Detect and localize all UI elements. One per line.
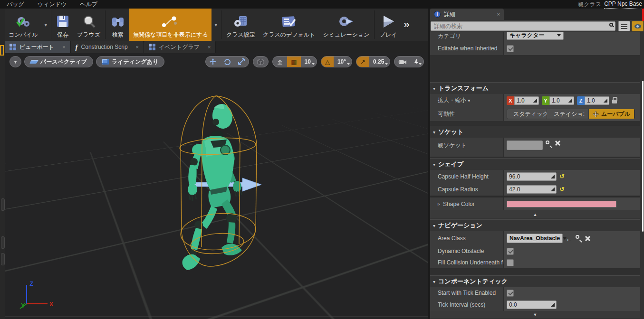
dynamic-obstacle-row: Dynamic Obstacle (430, 245, 640, 257)
parent-socket-input[interactable] (507, 141, 543, 150)
socket-search-icon[interactable] (546, 141, 552, 147)
rotate-tool-button[interactable] (220, 56, 234, 67)
document-tab-bar: ビューポート × f Construction Scrip × イベントグラフ … (5, 41, 428, 53)
simulation-button[interactable]: シミュレーション (319, 9, 373, 41)
scale-snap-icon: ↗ (360, 58, 365, 66)
shape-color-label[interactable]: ▹Shape Color (430, 197, 504, 210)
section-socket[interactable]: ▾ソケット (430, 126, 640, 138)
mobility-static-button[interactable]: スタティック (507, 109, 547, 119)
socket-clear-icon[interactable] (555, 141, 560, 146)
tab-event-graph[interactable]: イベントグラフ × (144, 41, 216, 53)
reset-to-default-icon[interactable]: ↺ (559, 186, 565, 193)
scale-lock-icon[interactable] (612, 100, 617, 103)
hide-unrelated-caret[interactable]: ▾ (211, 9, 220, 41)
find-binoculars-icon (110, 14, 125, 30)
compile-gears-icon (15, 14, 31, 30)
details-scrollbar[interactable] (642, 81, 644, 232)
category-dropdown[interactable]: キャラクター (507, 32, 564, 40)
tab-details[interactable]: i 詳細 × (430, 9, 504, 20)
class-settings-button[interactable]: クラス設定 (222, 9, 259, 41)
area-class-dropdown[interactable]: NavArea_Obstacle (507, 234, 563, 243)
find-button[interactable]: 検索 (106, 9, 129, 41)
grid-snap-value[interactable]: 10 (301, 56, 317, 67)
compile-options-caret[interactable]: ▾ (41, 9, 50, 41)
grid-snap-icon: ▦ (291, 58, 297, 66)
stationary-icon (551, 111, 551, 117)
coordinate-space-button[interactable] (253, 56, 268, 67)
tab-close-icon[interactable]: × (136, 44, 139, 50)
simulation-icon (337, 14, 355, 30)
viewport-options-caret[interactable]: ▾ (10, 56, 21, 67)
tab-construction-label: Construction Scrip (81, 44, 128, 50)
show-hidden-eye-button[interactable] (632, 21, 644, 31)
expand-collapse-handle[interactable]: ▼ (430, 311, 640, 318)
tab-close-icon[interactable]: × (62, 44, 65, 50)
grid-snap-toggle[interactable]: ▦ (287, 56, 300, 67)
area-class-clear-icon[interactable] (585, 236, 590, 241)
expand-collapse-handle[interactable]: ▲ (430, 210, 640, 218)
scale-snap-toggle[interactable]: ↗ (356, 56, 369, 67)
menu-item-help[interactable]: ヘルプ (73, 0, 104, 9)
editable-when-inherited-label: Editable when Inherited (430, 42, 504, 55)
scale-label[interactable]: 拡大・縮小 ▾ (430, 94, 504, 107)
menu-item-debug[interactable]: バッグ (0, 0, 31, 9)
parent-class-link[interactable]: CPP Npc Base (604, 0, 642, 9)
mobility-stationary-button[interactable]: ステイショ: (547, 109, 589, 119)
capsule-radius-field[interactable]: 42.0 (507, 185, 557, 194)
dynamic-obstacle-checkbox[interactable] (507, 248, 514, 255)
scale-y-field[interactable]: Y 1.0 (542, 96, 574, 105)
perspective-button[interactable]: パースペクティブ (24, 56, 93, 67)
browse-button[interactable]: ブラウズ (73, 9, 104, 41)
tab-viewport[interactable]: ビューポート × (5, 41, 71, 53)
details-info-icon: i (434, 11, 441, 18)
blueprint-toolbar: コンパイル ▾ 保存 ブラウズ 検索 無関係な項目を非表示にする (5, 9, 428, 41)
hide-unrelated-button[interactable]: 無関係な項目を非表示にする (129, 9, 211, 41)
view-options-button[interactable] (618, 21, 630, 31)
use-selected-icon[interactable]: ← (566, 235, 573, 242)
mobility-movable-button[interactable]: ムーバブル (589, 109, 634, 119)
details-tab-close-icon[interactable]: × (497, 11, 500, 17)
scale-z-field[interactable]: Z 1.0 (577, 96, 609, 105)
play-button[interactable]: プレイ (375, 9, 401, 41)
mobility-label: 可動性 (430, 107, 504, 121)
fill-collision-checkbox[interactable] (507, 259, 514, 266)
scale-tool-button[interactable] (234, 56, 249, 67)
section-navigation[interactable]: ▾ナビゲーション (430, 219, 640, 231)
browse-label: ブラウズ (77, 31, 100, 39)
details-tab-strip: i 詳細 × (430, 9, 644, 20)
surface-snap-button[interactable] (273, 56, 287, 67)
menu-item-window[interactable]: ウィンドウ (31, 0, 73, 9)
editable-when-inherited-checkbox[interactable] (507, 45, 514, 52)
movable-icon (593, 111, 599, 117)
rotation-snap-value[interactable]: 10° (334, 56, 352, 67)
tab-construction-script[interactable]: f Construction Scrip × (71, 41, 144, 53)
details-search-input[interactable] (431, 21, 615, 31)
capsule-half-height-field[interactable]: 96.0 (507, 172, 557, 181)
section-shape[interactable]: ▾シェイプ (430, 158, 640, 170)
world-cube-icon (257, 59, 264, 65)
class-defaults-button[interactable]: クラスのデフォルト (259, 9, 319, 41)
compile-button[interactable]: コンパイル (5, 9, 41, 41)
event-graph-tab-icon (149, 44, 155, 50)
section-component-tick[interactable]: ▾コンポーネントティック (430, 275, 640, 287)
fill-collision-row: Fill Collision Underneath for (430, 257, 640, 268)
shape-color-swatch[interactable] (507, 201, 616, 207)
rotation-snap-toggle[interactable]: △ (321, 56, 334, 67)
tick-interval-field[interactable]: 0.0 (507, 300, 557, 309)
start-tick-checkbox[interactable] (507, 290, 514, 297)
section-transform[interactable]: ▾トランスフォーム (430, 82, 640, 94)
scale-x-field[interactable]: X 1.0 (507, 96, 539, 105)
lit-mode-button[interactable]: ライティングあり (96, 56, 164, 67)
3d-viewport[interactable]: ▾ パースペクティブ ライティングあり (5, 53, 428, 319)
tab-close-icon[interactable]: × (208, 44, 211, 50)
viewport-options-row: ▾ パースペクティブ ライティングあり (10, 56, 164, 67)
camera-speed-button[interactable] (394, 56, 411, 67)
save-button[interactable]: 保存 (52, 9, 73, 41)
toolbar-overflow-chevron[interactable]: » (401, 9, 412, 41)
camera-speed-value[interactable]: 4 (411, 56, 423, 67)
tab-event-graph-label: イベントグラフ (159, 43, 200, 51)
reset-to-default-icon[interactable]: ↺ (559, 173, 565, 180)
translate-tool-button[interactable] (206, 56, 220, 67)
scale-snap-value[interactable]: 0.25 (369, 56, 390, 67)
area-class-search-icon[interactable] (576, 235, 582, 242)
